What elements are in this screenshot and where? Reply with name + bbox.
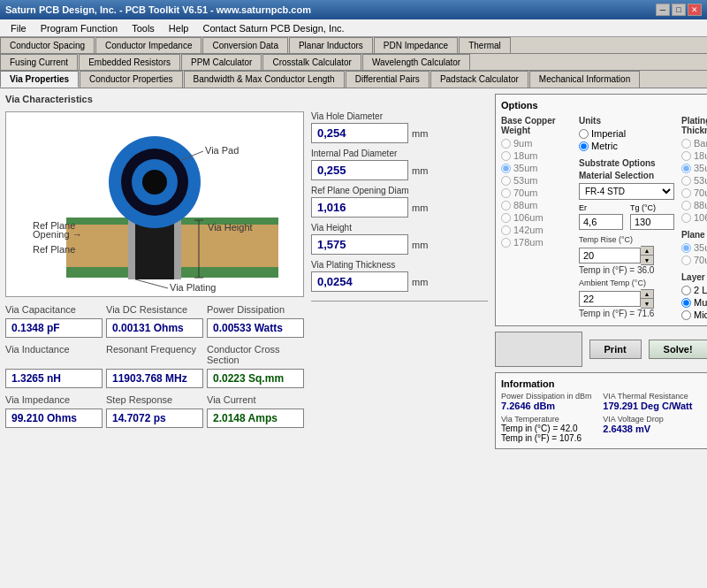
ambient-temp-input[interactable]	[579, 291, 641, 307]
menu-help[interactable]: Help	[162, 22, 196, 34]
tab-ppm-calculator[interactable]: PPM Calculator	[181, 54, 262, 70]
plane-35um[interactable]	[681, 243, 691, 253]
right-panel: Options Base Copper Weight 9um 18um 35um…	[495, 94, 707, 588]
plating-bare[interactable]	[681, 139, 691, 149]
ambient-temp-section: Ambient Temp (°C) ▲ ▼ Temp in (°F) = 71.…	[579, 279, 674, 318]
options-box: Options Base Copper Weight 9um 18um 35um…	[495, 94, 707, 326]
tab-conductor-properties[interactable]: Conductor Properties	[80, 71, 183, 88]
tg-label: Tg (°C)	[630, 203, 674, 212]
print-button[interactable]: Print	[589, 340, 642, 359]
units-metric[interactable]	[579, 141, 589, 151]
ambient-temp-up[interactable]: ▲	[641, 290, 653, 299]
minimize-button[interactable]: ─	[656, 4, 670, 16]
tab-bandwidth-max[interactable]: Bandwidth & Max Conductor Length	[184, 71, 345, 88]
temp-rise-calc: Temp in (°F) = 36.0	[579, 265, 674, 275]
plating-18um[interactable]	[681, 151, 691, 161]
measurement-pad-diameter: Internal Pad Diameter mm	[311, 149, 488, 180]
input-via-height[interactable]	[311, 234, 408, 255]
copper-53um[interactable]	[501, 176, 511, 186]
measurement-plating-thickness: Via Plating Thickness mm	[311, 260, 488, 292]
metric-label-inductance: Via Inductance	[5, 344, 103, 365]
plating-35um[interactable]	[681, 164, 691, 173]
tab-conductor-impedance[interactable]: Conductor Impedance	[95, 37, 201, 53]
plane-thickness-title: Plane Thickness	[681, 230, 707, 240]
input-hole-diameter[interactable]	[311, 123, 408, 143]
temp-rise-up[interactable]: ▲	[641, 247, 653, 256]
plating-group: Bare PCB 18um 35um 53um 70um 88um 106um	[681, 138, 707, 223]
temp-rise-down[interactable]: ▼	[641, 256, 653, 264]
measurement-hole-diameter: Via Hole Diameter mm	[311, 111, 488, 143]
input-pad-diameter[interactable]	[311, 160, 408, 180]
via-temp-info: Via Temperature Temp in (°C) = 42.0 Temp…	[501, 415, 599, 443]
copper-35um[interactable]	[501, 164, 511, 173]
menu-file[interactable]: File	[4, 22, 34, 34]
options-title: Options	[501, 100, 702, 111]
measurement-ref-plane: Ref Plane Opening Diam mm	[311, 186, 488, 218]
menu-tools[interactable]: Tools	[125, 22, 162, 34]
plane-70um[interactable]	[681, 256, 691, 265]
er-label: Er	[579, 203, 623, 212]
copper-142um[interactable]	[501, 225, 511, 235]
menu-contact[interactable]: Contact Saturn PCB Design, Inc.	[195, 22, 351, 34]
close-button[interactable]: ✕	[688, 4, 702, 16]
tab-via-properties[interactable]: Via Properties	[0, 71, 79, 88]
plating-106um[interactable]	[681, 213, 691, 223]
via-temp-label: Via Temperature	[501, 415, 599, 424]
ambient-temp-down[interactable]: ▼	[641, 299, 653, 308]
tab-conductor-spacing[interactable]: Conductor Spacing	[0, 37, 95, 53]
tab-wavelength-calculator[interactable]: Wavelength Calculator	[362, 54, 470, 70]
svg-text:Ref Plane: Ref Plane	[33, 244, 75, 255]
solve-button[interactable]: Solve!	[649, 340, 707, 359]
copper-9um[interactable]	[501, 139, 511, 149]
tab-thermal[interactable]: Thermal	[459, 37, 511, 53]
print-preview-area	[495, 332, 582, 367]
via-thermal-value: 179.291 Deg C/Watt	[603, 401, 701, 411]
metric-label-cross-section: Conductor Cross Section	[207, 344, 304, 365]
copper-106um[interactable]	[501, 213, 511, 223]
layer-2layer[interactable]	[681, 286, 691, 295]
units-title: Units	[579, 116, 674, 126]
metric-value-dc-resistance: 0.00131 Ohms	[106, 318, 203, 338]
input-ref-plane[interactable]	[311, 197, 408, 218]
tab-padstack-calculator[interactable]: Padstack Calculator	[430, 71, 528, 88]
maximize-button[interactable]: □	[672, 4, 686, 16]
layer-multilayer[interactable]	[681, 298, 691, 308]
svg-text:Via Height: Via Height	[208, 222, 253, 233]
layer-microvia[interactable]	[681, 310, 691, 320]
via-temp-c: Temp in (°C) = 42.0	[501, 424, 599, 433]
tab-planar-inductors[interactable]: Planar Inductors	[289, 37, 373, 53]
plating-88um[interactable]	[681, 201, 691, 210]
information-section: Information Power Dissipation in dBm 7.2…	[495, 372, 707, 449]
copper-88um[interactable]	[501, 201, 511, 210]
via-voltage-value: 2.6438 mV	[603, 424, 701, 434]
tab-embedded-resistors[interactable]: Embedded Resistors	[79, 54, 180, 70]
material-label: Material Selection	[579, 171, 674, 180]
units-imperial[interactable]	[579, 129, 589, 139]
power-dissipation-info: Power Dissipation in dBm 7.2646 dBm	[501, 392, 599, 411]
metric-value-capacitance: 0.1348 pF	[5, 318, 103, 338]
layer-set-section: Layer Set 2 Layer Multi Layer Microvia	[681, 272, 707, 320]
plating-70um[interactable]	[681, 188, 691, 198]
temp-rise-input[interactable]	[579, 248, 641, 263]
material-select[interactable]: FR-4 STD	[579, 183, 674, 200]
plating-53um[interactable]	[681, 176, 691, 186]
metric-value-resonant-freq: 11903.768 MHz	[106, 369, 203, 388]
metric-value-power-dissipation: 0.00533 Watts	[207, 318, 304, 338]
tab-pdn-impedance[interactable]: PDN Impedance	[374, 37, 458, 53]
copper-70um[interactable]	[501, 188, 511, 198]
copper-178um[interactable]	[501, 238, 511, 248]
tab-conversion-data[interactable]: Conversion Data	[202, 37, 287, 53]
input-plating-thickness[interactable]	[311, 271, 408, 292]
menu-program-function[interactable]: Program Function	[34, 22, 125, 34]
er-input[interactable]	[579, 214, 623, 230]
via-thermal-label: VIA Thermal Resistance	[603, 392, 701, 401]
metric-value-step-response: 14.7072 ps	[106, 409, 203, 428]
tab-mechanical-information[interactable]: Mechanical Information	[529, 71, 640, 88]
copper-18um[interactable]	[501, 151, 511, 161]
metric-value-inductance: 1.3265 nH	[5, 369, 103, 388]
tab-fusing-current[interactable]: Fusing Current	[0, 54, 78, 70]
metric-label-impedance: Via Impedance	[5, 394, 103, 405]
tab-crosstalk-calculator[interactable]: Crosstalk Calculator	[262, 54, 361, 70]
tg-input[interactable]	[630, 214, 674, 230]
tab-differential-pairs[interactable]: Differential Pairs	[346, 71, 430, 88]
